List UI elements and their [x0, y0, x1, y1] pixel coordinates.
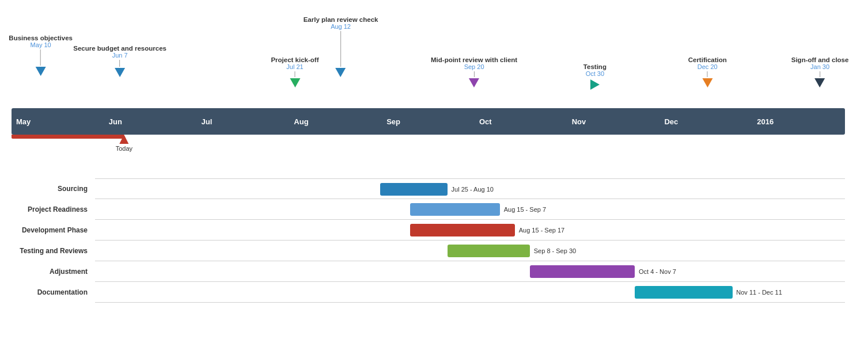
month-oct: Oct	[475, 117, 567, 126]
gantt-bar-label-testing-reviews: Sep 8 - Sep 30	[532, 245, 576, 257]
milestone-signoff: Sign-off and close Jan 30	[791, 56, 849, 87]
milestone-midpoint-review: Mid-point review with client Sep 20	[431, 56, 517, 87]
month-labels: May Jun Jul Aug Sep Oct Nov Dec 2016	[12, 108, 845, 135]
today-label: Today	[116, 145, 132, 152]
today-arrow	[119, 135, 128, 144]
gantt-bar-documentation	[635, 286, 732, 299]
month-jul: Jul	[197, 117, 290, 126]
month-jun: Jun	[104, 117, 197, 126]
gantt-track-development: Aug 15 - Sep 17	[95, 220, 845, 240]
gantt-row-testing-reviews: Testing and Reviews Sep 8 - Sep 30	[95, 241, 845, 261]
gantt-bar-label-documentation: Nov 11 - Dec 11	[734, 286, 782, 299]
gantt-label-sourcing: Sourcing	[12, 185, 92, 193]
progress-bar	[12, 135, 124, 139]
gantt-track-testing-reviews: Sep 8 - Sep 30	[95, 241, 845, 261]
gantt-bar-label-development: Aug 15 - Sep 17	[517, 224, 565, 236]
timeline-bar-container: May Jun Jul Aug Sep Oct Nov Dec 2016 Tod…	[12, 108, 845, 139]
timeline-area: Business objectives May 10 Secure budget…	[12, 6, 845, 173]
month-dec: Dec	[659, 117, 752, 126]
gantt-track-documentation: Nov 11 - Dec 11	[95, 282, 845, 302]
gantt-label-development: Development Phase	[12, 226, 92, 234]
gantt-bar-project-readiness	[410, 203, 500, 216]
gantt-bar-sourcing	[380, 183, 448, 196]
gantt-track-adjustment: Oct 4 - Nov 7	[95, 261, 845, 281]
milestone-secure-budget: Secure budget and resources Jun 7	[73, 45, 166, 77]
milestone-project-kickoff: Project kick-off Jul 21	[271, 56, 319, 87]
month-aug: Aug	[289, 117, 382, 126]
month-nov: Nov	[567, 117, 660, 126]
gantt-row-adjustment: Adjustment Oct 4 - Nov 7	[95, 261, 845, 282]
gantt-bar-adjustment	[530, 265, 635, 278]
gantt-row-project-readiness: Project Readiness Aug 15 - Sep 7	[95, 199, 845, 220]
gantt-row-sourcing: Sourcing Jul 25 - Aug 10	[95, 178, 845, 199]
gantt-label-testing-reviews: Testing and Reviews	[12, 247, 92, 255]
milestones-above: Business objectives May 10 Secure budget…	[12, 6, 845, 109]
month-sep: Sep	[382, 117, 475, 126]
gantt-bar-label-adjustment: Oct 4 - Nov 7	[636, 265, 676, 278]
today-marker: Today	[116, 135, 132, 152]
gantt-row-development: Development Phase Aug 15 - Sep 17	[95, 220, 845, 241]
gantt-area: Sourcing Jul 25 - Aug 10 Project Readine…	[12, 178, 845, 303]
month-may: May	[12, 117, 104, 126]
gantt-track-sourcing: Jul 25 - Aug 10	[95, 179, 845, 199]
gantt-bar-label-sourcing: Jul 25 - Aug 10	[449, 183, 494, 196]
gantt-track-project-readiness: Aug 15 - Sep 7	[95, 199, 845, 219]
gantt-bar-testing-reviews	[448, 245, 530, 257]
timeline-bar: May Jun Jul Aug Sep Oct Nov Dec 2016	[12, 108, 845, 135]
month-2016: 2016	[752, 117, 845, 126]
gantt-label-adjustment: Adjustment	[12, 268, 92, 276]
milestone-testing: Testing Oct 30	[583, 63, 607, 90]
gantt-bar-label-project-readiness: Aug 15 - Sep 7	[502, 203, 546, 216]
gantt-bar-development	[410, 224, 515, 236]
gantt-label-project-readiness: Project Readiness	[12, 205, 92, 213]
milestone-business-objectives: Business objectives May 10	[9, 35, 73, 76]
milestone-certification: Certification Dec 20	[688, 56, 727, 87]
gantt-label-documentation: Documentation	[12, 288, 92, 296]
gantt-row-documentation: Documentation Nov 11 - Dec 11	[95, 282, 845, 303]
chart-container: Business objectives May 10 Secure budget…	[0, 0, 868, 308]
